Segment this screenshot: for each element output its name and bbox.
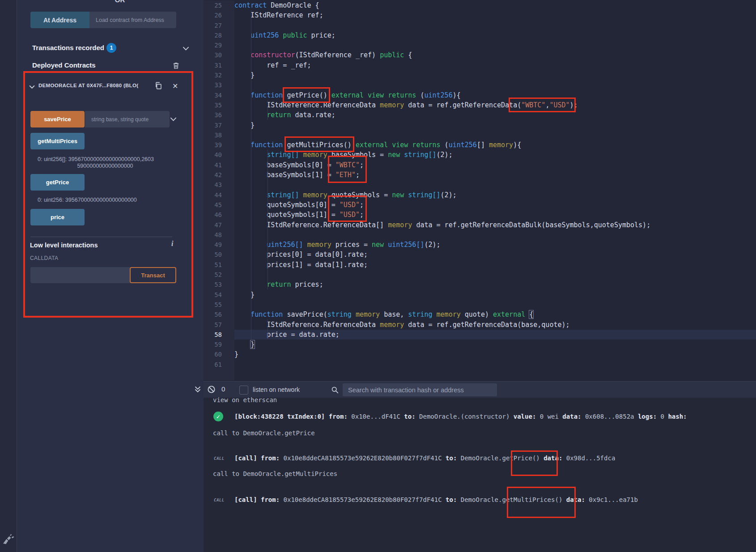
- at-address-button[interactable]: At Address: [30, 12, 89, 28]
- expand-terminal-double-chevron-icon[interactable]: [194, 386, 201, 393]
- code-line[interactable]: [234, 180, 756, 190]
- code-line[interactable]: }: [234, 340, 756, 349]
- code-line[interactable]: [234, 80, 756, 90]
- code-line[interactable]: return data.rate;: [234, 110, 756, 120]
- result-line1: 0: uint256[]: 39567000000000000000000,26…: [38, 156, 154, 162]
- code-line[interactable]: IStdReference.ReferenceData[] memory dat…: [234, 220, 756, 230]
- clear-console-ban-icon[interactable]: [207, 385, 216, 394]
- code-line[interactable]: uint256 public price;: [234, 30, 756, 40]
- code-line[interactable]: function savePrice(string memory base, s…: [234, 310, 756, 319]
- code-line[interactable]: [234, 360, 756, 369]
- or-label: OR: [89, 0, 151, 4]
- editor-code[interactable]: contract DemoOracle { IStdReference ref;…: [234, 0, 756, 381]
- search-icon: [331, 386, 339, 394]
- save-price-button[interactable]: savePrice: [30, 111, 85, 127]
- code-line[interactable]: IStdReference.ReferenceData memory data …: [234, 320, 756, 330]
- code-line[interactable]: [234, 300, 756, 310]
- editor-gutter: 2526272829303132333435363738394041424344…: [204, 0, 234, 381]
- listen-on-network-checkbox[interactable]: [239, 386, 248, 395]
- code-line[interactable]: string[] memory quoteSymbols = new strin…: [234, 190, 756, 200]
- terminal-row[interactable]: call to DemoOracle.getMultiPrices: [213, 470, 337, 477]
- low-level-interactions-label: Low level interactions: [30, 242, 98, 249]
- call-tag-label: CALL: [214, 456, 225, 461]
- transact-button[interactable]: Transact: [130, 267, 176, 283]
- code-line[interactable]: prices[1] = data[1].rate;: [234, 260, 756, 270]
- listen-on-network-label: listen on network: [253, 386, 300, 393]
- save-price-expand-chevron-icon[interactable]: [170, 116, 177, 123]
- transactions-recorded-label: Transactions recorded: [32, 44, 104, 51]
- terminal-log[interactable]: view on etherscan✓[block:438228 txIndex:…: [204, 398, 756, 552]
- code-line[interactable]: [234, 40, 756, 50]
- code-line[interactable]: quoteSymbols[0] = "USD";: [234, 200, 756, 210]
- call-tag-label: CALL: [214, 498, 225, 502]
- pending-tx-count: 0: [221, 385, 225, 393]
- terminal-row[interactable]: [call] from: 0x10e8ddeCA8185573e59262E82…: [234, 454, 615, 462]
- deployed-contracts-label: Deployed Contracts: [32, 61, 96, 69]
- code-line[interactable]: constructor(IStdReference _ref) public {: [234, 50, 756, 60]
- load-contract-address-input[interactable]: Load contract from Address: [89, 12, 176, 28]
- code-line[interactable]: function getMultiPrices() external view …: [234, 140, 756, 150]
- code-line[interactable]: baseSymbols[0] = "WBTC";: [234, 160, 756, 170]
- code-line[interactable]: IStdReference.ReferenceData memory data …: [234, 100, 756, 110]
- code-line[interactable]: }: [234, 290, 756, 300]
- code-line[interactable]: uint256[] memory prices = new uint256[](…: [234, 240, 756, 250]
- code-line[interactable]: return prices;: [234, 280, 756, 289]
- code-line[interactable]: [234, 21, 756, 30]
- transactions-count-badge: 1: [106, 43, 116, 53]
- close-contract-icon[interactable]: ✕: [172, 82, 178, 90]
- price-button[interactable]: price: [30, 209, 85, 225]
- code-line[interactable]: }: [234, 349, 756, 359]
- transactions-chevron-down-icon[interactable]: [183, 45, 189, 52]
- trash-icon[interactable]: [172, 62, 180, 69]
- indent-guide: [268, 100, 268, 120]
- cursor-icon: [1, 531, 14, 547]
- info-icon[interactable]: i: [171, 240, 173, 248]
- code-line[interactable]: }: [234, 70, 756, 80]
- code-line[interactable]: IStdReference ref;: [234, 10, 756, 20]
- terminal-row[interactable]: view on etherscan: [213, 396, 277, 403]
- get-price-result: 0: uint256: 39567000000000000000000: [38, 197, 137, 204]
- divider: [30, 237, 172, 237]
- terminal-row[interactable]: call to DemoOracle.getPrice: [213, 429, 315, 437]
- code-line[interactable]: [234, 270, 756, 280]
- activity-bar: [0, 0, 17, 552]
- code-line[interactable]: prices[0] = data[0].rate;: [234, 250, 756, 259]
- calldata-label: CALLDATA: [30, 255, 58, 261]
- code-line[interactable]: [234, 130, 756, 140]
- code-line[interactable]: function getPrice() external view return…: [234, 90, 756, 100]
- code-line[interactable]: }: [234, 120, 756, 130]
- get-multi-prices-result: 0: uint256[]: 39567000000000000000000,26…: [38, 156, 173, 170]
- code-line[interactable]: price = data.rate;: [234, 330, 756, 340]
- code-editor[interactable]: 2526272829303132333435363738394041424344…: [204, 0, 756, 381]
- run-deploy-panel: OR At Address Load contract from Address…: [17, 0, 204, 552]
- terminal-row[interactable]: [call] from: 0x10e8ddeCA8185573e59262E82…: [234, 496, 638, 503]
- code-line[interactable]: baseSymbols[1] = "ETH";: [234, 170, 756, 180]
- remix-ide-screen: OR At Address Load contract from Address…: [0, 0, 756, 552]
- code-line[interactable]: quoteSymbols[1] = "USD";: [234, 210, 756, 220]
- code-line[interactable]: contract DemoOracle {: [234, 0, 756, 10]
- result-line2: 590000000000000000: [38, 163, 173, 170]
- indent-guide: [251, 10, 251, 349]
- contract-collapse-chevron-icon[interactable]: [29, 84, 35, 90]
- calldata-input[interactable]: [30, 267, 130, 283]
- copy-icon[interactable]: [154, 81, 163, 90]
- indent-guide: [268, 150, 268, 289]
- terminal-search-input[interactable]: Search with transaction hash or address: [343, 383, 497, 396]
- terminal-toolbar: 0 listen on network Search with transact…: [204, 381, 756, 398]
- terminal-row[interactable]: [block:438228 txIndex:0] from: 0x10e...d…: [234, 413, 687, 420]
- code-line[interactable]: string[] memory baseSymbols = new string…: [234, 150, 756, 160]
- get-price-button[interactable]: getPrice: [30, 174, 85, 191]
- code-line[interactable]: [234, 230, 756, 240]
- save-price-params-input[interactable]: string base, string quote: [85, 111, 170, 127]
- get-multi-prices-button[interactable]: getMultiPrices: [30, 133, 85, 149]
- deployed-contract-title: DEMOORACLE AT 0X47F...F8080 (BLO(: [38, 83, 157, 88]
- tx-success-check-icon: ✓: [213, 412, 223, 421]
- indent-guide: [268, 319, 268, 339]
- code-line[interactable]: ref = _ref;: [234, 60, 756, 70]
